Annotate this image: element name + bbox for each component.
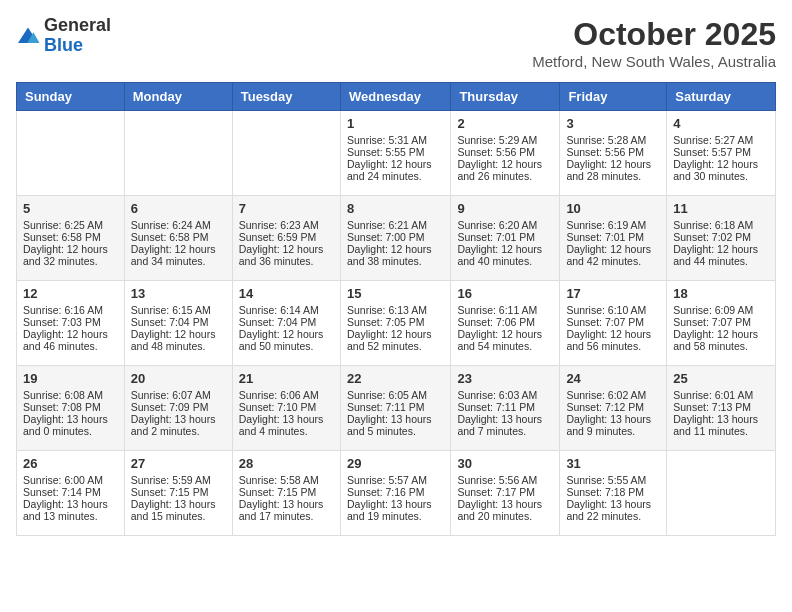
weekday-header-wednesday: Wednesday bbox=[340, 83, 450, 111]
sunset-text: Sunset: 6:58 PM bbox=[131, 231, 209, 243]
sunrise-text: Sunrise: 6:03 AM bbox=[457, 389, 537, 401]
daylight-text: Daylight: 13 hours and 15 minutes. bbox=[131, 498, 216, 522]
daylight-text: Daylight: 12 hours and 42 minutes. bbox=[566, 243, 651, 267]
sunrise-text: Sunrise: 6:02 AM bbox=[566, 389, 646, 401]
day-number: 9 bbox=[457, 201, 553, 216]
sunrise-text: Sunrise: 6:15 AM bbox=[131, 304, 211, 316]
sunrise-text: Sunrise: 5:58 AM bbox=[239, 474, 319, 486]
sunset-text: Sunset: 7:18 PM bbox=[566, 486, 644, 498]
day-number: 30 bbox=[457, 456, 553, 471]
sunrise-text: Sunrise: 6:23 AM bbox=[239, 219, 319, 231]
sunrise-text: Sunrise: 5:56 AM bbox=[457, 474, 537, 486]
calendar-cell: 22Sunrise: 6:05 AMSunset: 7:11 PMDayligh… bbox=[340, 366, 450, 451]
sunrise-text: Sunrise: 6:20 AM bbox=[457, 219, 537, 231]
sunset-text: Sunset: 7:07 PM bbox=[673, 316, 751, 328]
calendar-cell: 9Sunrise: 6:20 AMSunset: 7:01 PMDaylight… bbox=[451, 196, 560, 281]
sunset-text: Sunset: 5:56 PM bbox=[457, 146, 535, 158]
sunrise-text: Sunrise: 5:57 AM bbox=[347, 474, 427, 486]
day-number: 16 bbox=[457, 286, 553, 301]
calendar-cell: 18Sunrise: 6:09 AMSunset: 7:07 PMDayligh… bbox=[667, 281, 776, 366]
calendar-cell: 19Sunrise: 6:08 AMSunset: 7:08 PMDayligh… bbox=[17, 366, 125, 451]
title-block: October 2025 Metford, New South Wales, A… bbox=[532, 16, 776, 70]
daylight-text: Daylight: 13 hours and 22 minutes. bbox=[566, 498, 651, 522]
day-number: 23 bbox=[457, 371, 553, 386]
daylight-text: Daylight: 13 hours and 4 minutes. bbox=[239, 413, 324, 437]
calendar-cell: 12Sunrise: 6:16 AMSunset: 7:03 PMDayligh… bbox=[17, 281, 125, 366]
calendar-cell: 6Sunrise: 6:24 AMSunset: 6:58 PMDaylight… bbox=[124, 196, 232, 281]
daylight-text: Daylight: 13 hours and 0 minutes. bbox=[23, 413, 108, 437]
sunset-text: Sunset: 7:12 PM bbox=[566, 401, 644, 413]
sunset-text: Sunset: 7:02 PM bbox=[673, 231, 751, 243]
day-number: 21 bbox=[239, 371, 334, 386]
sunrise-text: Sunrise: 6:06 AM bbox=[239, 389, 319, 401]
day-number: 26 bbox=[23, 456, 118, 471]
daylight-text: Daylight: 12 hours and 54 minutes. bbox=[457, 328, 542, 352]
sunset-text: Sunset: 7:11 PM bbox=[347, 401, 425, 413]
daylight-text: Daylight: 12 hours and 36 minutes. bbox=[239, 243, 324, 267]
calendar-cell: 20Sunrise: 6:07 AMSunset: 7:09 PMDayligh… bbox=[124, 366, 232, 451]
day-number: 28 bbox=[239, 456, 334, 471]
day-number: 24 bbox=[566, 371, 660, 386]
daylight-text: Daylight: 12 hours and 30 minutes. bbox=[673, 158, 758, 182]
calendar-cell bbox=[232, 111, 340, 196]
daylight-text: Daylight: 12 hours and 46 minutes. bbox=[23, 328, 108, 352]
sunset-text: Sunset: 7:15 PM bbox=[239, 486, 317, 498]
sunrise-text: Sunrise: 6:08 AM bbox=[23, 389, 103, 401]
sunrise-text: Sunrise: 6:24 AM bbox=[131, 219, 211, 231]
daylight-text: Daylight: 12 hours and 24 minutes. bbox=[347, 158, 432, 182]
daylight-text: Daylight: 12 hours and 52 minutes. bbox=[347, 328, 432, 352]
calendar-cell: 8Sunrise: 6:21 AMSunset: 7:00 PMDaylight… bbox=[340, 196, 450, 281]
calendar-cell: 24Sunrise: 6:02 AMSunset: 7:12 PMDayligh… bbox=[560, 366, 667, 451]
daylight-text: Daylight: 12 hours and 50 minutes. bbox=[239, 328, 324, 352]
calendar-cell: 21Sunrise: 6:06 AMSunset: 7:10 PMDayligh… bbox=[232, 366, 340, 451]
calendar-cell: 30Sunrise: 5:56 AMSunset: 7:17 PMDayligh… bbox=[451, 451, 560, 536]
sunset-text: Sunset: 7:09 PM bbox=[131, 401, 209, 413]
calendar-cell: 15Sunrise: 6:13 AMSunset: 7:05 PMDayligh… bbox=[340, 281, 450, 366]
daylight-text: Daylight: 13 hours and 9 minutes. bbox=[566, 413, 651, 437]
day-number: 27 bbox=[131, 456, 226, 471]
week-row-4: 19Sunrise: 6:08 AMSunset: 7:08 PMDayligh… bbox=[17, 366, 776, 451]
daylight-text: Daylight: 13 hours and 5 minutes. bbox=[347, 413, 432, 437]
sunrise-text: Sunrise: 6:13 AM bbox=[347, 304, 427, 316]
sunset-text: Sunset: 7:16 PM bbox=[347, 486, 425, 498]
daylight-text: Daylight: 13 hours and 13 minutes. bbox=[23, 498, 108, 522]
calendar-cell: 31Sunrise: 5:55 AMSunset: 7:18 PMDayligh… bbox=[560, 451, 667, 536]
sunset-text: Sunset: 7:04 PM bbox=[131, 316, 209, 328]
sunset-text: Sunset: 7:08 PM bbox=[23, 401, 101, 413]
sunrise-text: Sunrise: 6:18 AM bbox=[673, 219, 753, 231]
page-header: General Blue October 2025 Metford, New S… bbox=[16, 16, 776, 70]
daylight-text: Daylight: 12 hours and 58 minutes. bbox=[673, 328, 758, 352]
sunrise-text: Sunrise: 6:01 AM bbox=[673, 389, 753, 401]
logo-icon bbox=[16, 26, 40, 46]
day-number: 11 bbox=[673, 201, 769, 216]
month-title: October 2025 bbox=[532, 16, 776, 53]
daylight-text: Daylight: 12 hours and 40 minutes. bbox=[457, 243, 542, 267]
calendar-cell: 10Sunrise: 6:19 AMSunset: 7:01 PMDayligh… bbox=[560, 196, 667, 281]
sunset-text: Sunset: 7:01 PM bbox=[566, 231, 644, 243]
day-number: 3 bbox=[566, 116, 660, 131]
calendar-cell: 7Sunrise: 6:23 AMSunset: 6:59 PMDaylight… bbox=[232, 196, 340, 281]
daylight-text: Daylight: 12 hours and 34 minutes. bbox=[131, 243, 216, 267]
calendar-cell: 11Sunrise: 6:18 AMSunset: 7:02 PMDayligh… bbox=[667, 196, 776, 281]
sunrise-text: Sunrise: 5:28 AM bbox=[566, 134, 646, 146]
calendar-cell: 26Sunrise: 6:00 AMSunset: 7:14 PMDayligh… bbox=[17, 451, 125, 536]
calendar-cell: 16Sunrise: 6:11 AMSunset: 7:06 PMDayligh… bbox=[451, 281, 560, 366]
day-number: 10 bbox=[566, 201, 660, 216]
calendar-table: SundayMondayTuesdayWednesdayThursdayFrid… bbox=[16, 82, 776, 536]
sunset-text: Sunset: 7:00 PM bbox=[347, 231, 425, 243]
day-number: 7 bbox=[239, 201, 334, 216]
weekday-header-sunday: Sunday bbox=[17, 83, 125, 111]
weekday-header-saturday: Saturday bbox=[667, 83, 776, 111]
day-number: 4 bbox=[673, 116, 769, 131]
day-number: 15 bbox=[347, 286, 444, 301]
sunrise-text: Sunrise: 6:05 AM bbox=[347, 389, 427, 401]
sunrise-text: Sunrise: 5:31 AM bbox=[347, 134, 427, 146]
day-number: 8 bbox=[347, 201, 444, 216]
daylight-text: Daylight: 13 hours and 11 minutes. bbox=[673, 413, 758, 437]
daylight-text: Daylight: 12 hours and 26 minutes. bbox=[457, 158, 542, 182]
calendar-cell: 25Sunrise: 6:01 AMSunset: 7:13 PMDayligh… bbox=[667, 366, 776, 451]
sunrise-text: Sunrise: 5:27 AM bbox=[673, 134, 753, 146]
sunset-text: Sunset: 7:11 PM bbox=[457, 401, 535, 413]
logo-general: General bbox=[44, 15, 111, 35]
sunset-text: Sunset: 7:03 PM bbox=[23, 316, 101, 328]
